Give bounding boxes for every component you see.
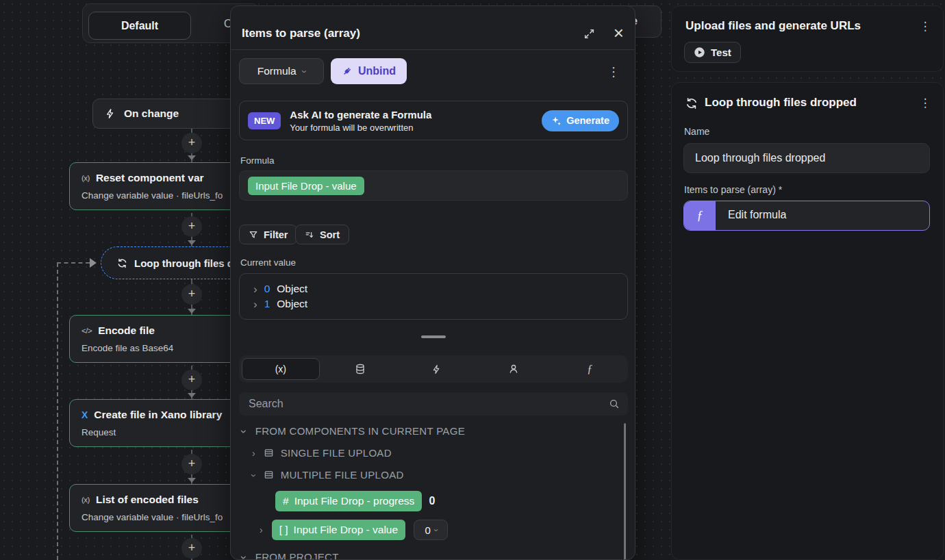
search-box [239, 392, 628, 416]
add-step-button[interactable]: + [181, 133, 202, 153]
filter-label: Filter [264, 229, 288, 240]
index: 1 [264, 298, 270, 310]
search-icon [609, 398, 620, 409]
node-subtitle: Change variable value · fileUrls_fo [81, 190, 249, 201]
expand-icon[interactable] [583, 28, 595, 42]
function-icon: ƒ [587, 363, 592, 375]
brackets-icon: [ ] [279, 524, 288, 536]
settings-title: Loop through files dropped [705, 96, 857, 110]
variable-chip-value[interactable]: [ ] Input File Drop - value [272, 520, 405, 540]
formula-chip[interactable]: Input File Drop - value [248, 177, 364, 195]
binding-modal: Items to parse (array) × Formula › Unbin… [230, 5, 635, 560]
object-row[interactable]: › 0 Object [253, 281, 627, 296]
type: Object [277, 298, 307, 310]
dropdown-value: 0 [425, 524, 430, 536]
node-on-change[interactable]: On change [92, 99, 247, 129]
node-title: List of encoded files [96, 494, 199, 506]
test-button[interactable]: Test [684, 42, 741, 63]
tree-item-progress: # Input File Drop - progress 0 [275, 491, 435, 511]
generate-button[interactable]: Generate [542, 110, 619, 131]
arrow-down-icon [188, 240, 196, 245]
chip-label: Input File Drop - progress [294, 495, 415, 507]
arrow-right-icon [90, 258, 97, 268]
items-to-parse-label: Items to parse (array) * [684, 184, 782, 195]
ai-banner-subtitle: Your formula will be overwritten [290, 123, 431, 133]
tree-group-current-page[interactable]: › FROM COMPONENTS IN CURRENT PAGE [242, 425, 465, 437]
tab-default[interactable]: Default [88, 12, 191, 40]
tab-formulas[interactable]: ƒ [551, 355, 628, 383]
name-input[interactable] [683, 143, 930, 173]
kebab-menu-icon[interactable]: ⋮ [607, 64, 620, 79]
test-label: Test [711, 47, 731, 58]
function-icon: ƒ [684, 201, 716, 230]
arrow-down-icon [188, 478, 196, 483]
chip-label: Input File Drop - value [294, 524, 399, 536]
item-label: MULTIPLE FILE UPLOAD [281, 469, 404, 481]
node-loop-through-files[interactable]: Loop through files dropped [101, 246, 251, 279]
add-step-button[interactable]: + [181, 538, 202, 559]
source-tabs: (x) ƒ [239, 355, 628, 383]
binding-type-select[interactable]: Formula › [239, 58, 324, 84]
index-dropdown[interactable]: 0 › [414, 520, 448, 540]
modal-title: Items to parse (array) [242, 27, 360, 40]
name-label: Name [684, 126, 709, 137]
tab-data[interactable] [323, 355, 399, 383]
formula-field[interactable]: Input File Drop - value [239, 170, 628, 201]
close-icon[interactable]: × [614, 23, 624, 44]
edit-formula-button[interactable]: ƒ Edit formula [683, 201, 930, 231]
add-step-button[interactable]: + [181, 370, 202, 390]
node-title: Create file in Xano library [94, 409, 222, 421]
current-value-box: › 0 Object › 1 Object [239, 273, 628, 320]
person-icon [508, 364, 519, 374]
hash-icon: # [283, 495, 289, 507]
search-input[interactable] [239, 392, 628, 416]
chevron-right-icon[interactable]: › [260, 525, 263, 535]
ai-banner: NEW Ask AI to generate a Formula Your fo… [239, 101, 628, 140]
node-title: On change [124, 107, 179, 120]
database-icon [355, 364, 366, 374]
object-row[interactable]: › 1 Object [253, 296, 627, 311]
add-step-button[interactable]: + [181, 216, 202, 237]
chip-value: 0 [429, 495, 435, 507]
kebab-menu-icon[interactable]: ⋮ [918, 19, 932, 34]
workflow-card: Upload files and generate URLs ⋮ Test [671, 5, 944, 72]
kebab-menu-icon[interactable]: ⋮ [918, 96, 932, 110]
variable-chip-progress[interactable]: # Input File Drop - progress [275, 491, 422, 511]
code-icon: </> [81, 327, 92, 335]
sort-button[interactable]: Sort [295, 225, 349, 244]
tree-item-multiple-upload[interactable]: › MULTIPLE FILE UPLOAD [252, 469, 404, 481]
filter-icon [249, 230, 258, 240]
chevron-right-icon: › [252, 448, 255, 458]
formula-label: Formula [240, 155, 275, 166]
tree-item-single-upload[interactable]: › SINGLE FILE UPLOAD [252, 447, 392, 459]
scrollbar[interactable] [624, 423, 626, 560]
component-icon [264, 470, 274, 480]
unbind-label: Unbind [358, 65, 396, 77]
filter-button[interactable]: Filter [239, 225, 297, 244]
binding-type-value: Formula [257, 65, 297, 77]
loop-icon [117, 258, 127, 268]
tab-events[interactable] [399, 355, 475, 383]
workflow-title: Upload files and generate URLs [685, 19, 861, 33]
chevron-right-icon: › [253, 298, 257, 310]
arrow-down-icon [188, 309, 196, 314]
new-badge: NEW [248, 112, 281, 129]
divider [231, 49, 635, 50]
sparkle-icon [551, 116, 562, 126]
sort-label: Sort [320, 229, 340, 240]
chevron-right-icon: › [253, 283, 257, 295]
chevron-down-icon: › [238, 430, 250, 434]
node-title: Encode file [98, 324, 155, 337]
tab-variables[interactable]: (x) [242, 358, 320, 380]
unbind-button[interactable]: Unbind [331, 58, 407, 84]
play-icon [694, 47, 705, 58]
generate-label: Generate [566, 115, 609, 126]
tree-group-project[interactable]: › FROM PROJECT [242, 551, 339, 560]
tab-user[interactable] [475, 355, 552, 383]
add-step-button[interactable]: + [181, 454, 202, 474]
unplug-icon [342, 66, 353, 77]
resize-handle[interactable] [421, 335, 446, 338]
add-step-button[interactable]: + [181, 284, 202, 305]
component-icon [264, 448, 274, 458]
lightning-icon [431, 364, 442, 374]
